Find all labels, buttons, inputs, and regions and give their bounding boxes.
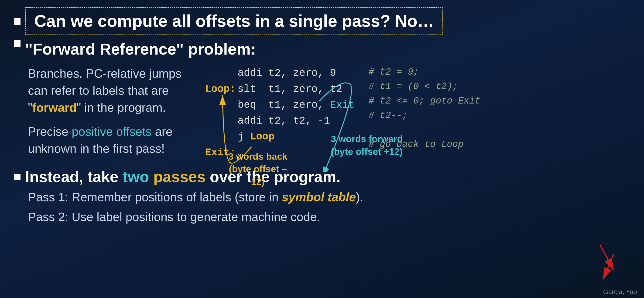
comment-3: # t2 <= 0; goto Exit	[368, 94, 480, 108]
instead-title-text: Instead, take two passes over the progra…	[25, 168, 340, 186]
code-label-5	[205, 129, 238, 145]
annotation-forward-text: 3 words forward(byte offset +12)	[331, 133, 403, 158]
code-line-1: addi t2, zero, 9	[205, 65, 354, 81]
comment-2: # t1 = (0 < t2);	[368, 80, 480, 94]
code-and-annotations: addi t2, zero, 9 Loop: slt t1, zero, t2 …	[205, 65, 625, 160]
instead-section: Instead, take two passes over the progra…	[14, 168, 625, 226]
positive-offsets-highlight: positive offsets	[72, 125, 152, 138]
left-description: Branches, PC-relative jumps can refer to…	[28, 65, 191, 157]
desc-para-2: Precise positive offsets are unknown in …	[28, 123, 191, 157]
top-question-box: Can we compute all offsets in a single p…	[25, 7, 443, 35]
symbol-table-highlight: symbol table	[282, 190, 356, 204]
forward-highlight: forward	[32, 101, 77, 114]
loop-ref-highlight: Loop	[250, 131, 275, 142]
code-instr-3: beq t1, zero, Exit	[238, 97, 354, 113]
two-highlight: two	[122, 168, 149, 185]
code-instr-4: addi t2, t2, -1	[238, 113, 330, 129]
top-question-row: Can we compute all offsets in a single p…	[14, 7, 625, 35]
watermark-text: Garcia, Yao	[603, 288, 637, 296]
code-instr-1: addi t2, zero, 9	[238, 65, 336, 81]
code-row: addi t2, zero, 9 Loop: slt t1, zero, t2 …	[205, 65, 625, 160]
desc-para-1: Branches, PC-relative jumps can refer to…	[28, 65, 191, 116]
code-line-3: beq t1, zero, Exit	[205, 97, 354, 113]
code-line-2: Loop: slt t1, zero, t2	[205, 81, 354, 97]
code-label-3	[205, 97, 238, 113]
passes-highlight: passes	[153, 168, 206, 185]
top-question-text: Can we compute all offsets in a single p…	[34, 12, 434, 30]
bullet-icon-2	[14, 40, 20, 47]
code-instr-5: j Loop	[238, 129, 274, 145]
pass1-text: Pass 1: Remember positions of labels (st…	[28, 188, 625, 206]
pass2-text: Pass 2: Use label positions to generate …	[28, 208, 625, 226]
bullet-icon-3	[14, 174, 20, 180]
exit-highlight: Exit	[330, 99, 354, 111]
code-line-4: addi t2, t2, -1	[205, 113, 354, 129]
annotation-back-text: 3 words back(byte offset –12)	[228, 150, 287, 188]
forward-ref-title-text: "Forward Reference" problem:	[25, 40, 256, 58]
bullet-icon	[14, 18, 20, 25]
code-label-loop: Loop:	[205, 81, 238, 97]
comment-1: # t2 = 9;	[368, 65, 480, 80]
code-instr-2: slt t1, zero, t2	[238, 81, 342, 97]
instead-title-row: Instead, take two passes over the progra…	[14, 168, 625, 186]
comment-4: # t2--;	[368, 108, 480, 123]
forward-ref-title-row: "Forward Reference" problem:	[14, 40, 625, 58]
code-label-1	[205, 65, 238, 81]
code-label-4	[205, 113, 238, 129]
main-content-row: Branches, PC-relative jumps can refer to…	[28, 65, 625, 160]
